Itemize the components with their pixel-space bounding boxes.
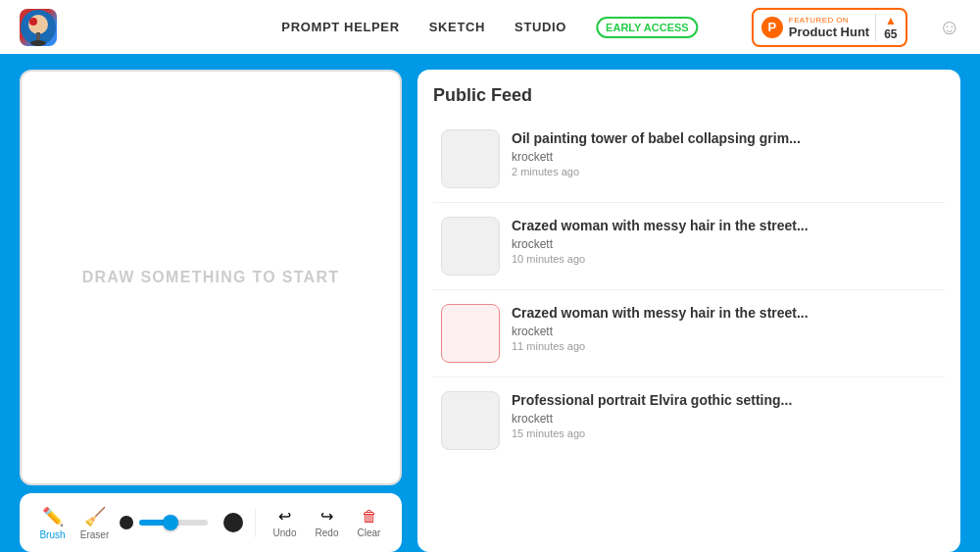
nav-prompt-helper[interactable]: PROMPT HELPER [281, 20, 399, 34]
canvas-placeholder: DRAW SOMETHING TO START [82, 269, 340, 286]
color-dot-large[interactable] [223, 513, 243, 532]
product-hunt-name: Product Hunt [789, 25, 869, 39]
feed-item-info: Crazed woman with messy hair in the stre… [512, 304, 937, 352]
brush-label: Brush [39, 529, 65, 540]
undo-label: Undo [273, 527, 297, 538]
left-panel: DRAW SOMETHING TO START ✏️ Brush 🧹 Erase… [20, 70, 402, 552]
feed-item-title: Professional portrait Elvira gothic sett… [512, 391, 937, 409]
product-hunt-text: FEATURED ON Product Hunt [789, 16, 869, 39]
undo-icon: ↩ [278, 507, 291, 526]
feed-item-username: krockett [512, 150, 937, 164]
size-slider-thumb[interactable] [163, 515, 178, 530]
redo-icon: ↪ [320, 507, 333, 526]
user-avatar-icon[interactable]: ☺ [939, 15, 960, 40]
feed-item-info: Crazed woman with messy hair in the stre… [512, 217, 937, 265]
header: PROMPT HELPER SKETCH STUDIO EARLY ACCESS… [0, 0, 980, 54]
feed-divider [433, 202, 945, 203]
drawing-canvas[interactable]: DRAW SOMETHING TO START [20, 70, 402, 485]
product-hunt-count: ▲ 65 [875, 14, 897, 41]
feed-item-info: Professional portrait Elvira gothic sett… [512, 391, 937, 439]
feed-item-title: Oil painting tower of babel collapsing g… [512, 129, 937, 147]
clear-button[interactable]: 🗑 Clear [352, 508, 386, 538]
logo-area [20, 9, 57, 46]
brush-tool[interactable]: ✏️ Brush [35, 506, 70, 540]
undo-button[interactable]: ↩ Undo [268, 507, 302, 538]
feed-item[interactable]: Crazed woman with messy hair in the stre… [433, 294, 945, 373]
toolbar-divider [255, 508, 256, 537]
brush-icon: ✏️ [42, 506, 64, 527]
clear-label: Clear [358, 527, 381, 538]
feed-item-thumbnail [441, 129, 500, 188]
product-hunt-icon: P [761, 17, 783, 38]
eraser-icon: 🧹 [84, 506, 106, 527]
logo-icon [20, 9, 57, 46]
feed-item-title: Crazed woman with messy hair in the stre… [512, 217, 937, 234]
feed-item-username: krockett [512, 412, 937, 426]
feed-item[interactable]: Oil painting tower of babel collapsing g… [433, 120, 945, 198]
feed-item-time: 2 minutes ago [512, 166, 937, 177]
product-hunt-badge[interactable]: P FEATURED ON Product Hunt ▲ 65 [752, 8, 907, 47]
feed-item-time: 15 minutes ago [512, 427, 937, 439]
feed-item[interactable]: Professional portrait Elvira gothic sett… [433, 381, 945, 460]
feed-item-thumbnail [441, 217, 500, 276]
feed-title: Public Feed [433, 85, 945, 106]
product-hunt-arrow: ▲ [885, 14, 897, 27]
svg-point-2 [29, 18, 37, 25]
size-slider-track[interactable] [139, 520, 208, 526]
drawing-toolbar: ✏️ Brush 🧹 Eraser ↩ [20, 493, 402, 552]
feed-divider [433, 376, 945, 377]
main-content: DRAW SOMETHING TO START ✏️ Brush 🧹 Erase… [0, 54, 980, 552]
feed-item-thumbnail [441, 391, 500, 450]
svg-point-4 [30, 40, 46, 46]
product-hunt-featured-label: FEATURED ON [789, 16, 869, 25]
early-access-badge[interactable]: EARLY ACCESS [596, 17, 699, 38]
feed-item-username: krockett [512, 237, 937, 251]
color-dot-small[interactable] [120, 516, 133, 529]
feed-item-info: Oil painting tower of babel collapsing g… [512, 129, 937, 177]
clear-icon: 🗑 [362, 508, 377, 526]
public-feed-panel: Public Feed Oil painting tower of babel … [417, 70, 960, 552]
redo-label: Redo [316, 527, 339, 538]
feed-item-username: krockett [512, 325, 937, 338]
feed-item[interactable]: Crazed woman with messy hair in the stre… [433, 207, 945, 285]
feed-item-time: 10 minutes ago [512, 253, 937, 265]
nav-studio[interactable]: STUDIO [514, 20, 566, 34]
nav-sketch[interactable]: SKETCH [429, 20, 485, 34]
size-slider-container [139, 520, 218, 526]
product-hunt-number: 65 [884, 27, 897, 41]
eraser-label: Eraser [80, 529, 109, 540]
eraser-tool[interactable]: 🧹 Eraser [77, 506, 112, 540]
feed-divider [433, 289, 945, 290]
redo-button[interactable]: ↪ Redo [310, 507, 344, 538]
feed-item-title: Crazed woman with messy hair in the stre… [512, 304, 937, 322]
feed-item-thumbnail [441, 304, 500, 363]
feed-item-time: 11 minutes ago [512, 340, 937, 352]
main-nav: PROMPT HELPER SKETCH STUDIO EARLY ACCESS [281, 17, 698, 38]
